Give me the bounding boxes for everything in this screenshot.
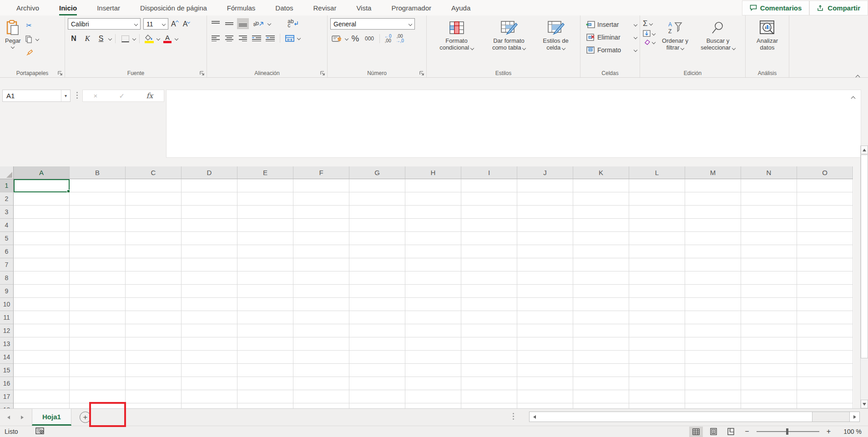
cell-D18[interactable] bbox=[182, 403, 237, 408]
cell-I8[interactable] bbox=[461, 271, 517, 285]
cell-M11[interactable] bbox=[685, 311, 741, 324]
cell-I10[interactable] bbox=[461, 298, 517, 311]
cell-K4[interactable] bbox=[573, 219, 629, 232]
cell-M4[interactable] bbox=[685, 219, 741, 232]
decrease-font-button[interactable]: A bbox=[181, 20, 192, 28]
cell-B2[interactable] bbox=[70, 192, 126, 206]
cell-J6[interactable] bbox=[517, 245, 573, 258]
number-dialog-launcher[interactable] bbox=[419, 71, 425, 76]
row-header-6[interactable]: 6 bbox=[0, 245, 14, 258]
scroll-up-icon[interactable] bbox=[861, 146, 868, 154]
cancel-icon[interactable]: × bbox=[94, 92, 98, 100]
cell-G17[interactable] bbox=[349, 390, 405, 403]
cell-J11[interactable] bbox=[517, 311, 573, 324]
chevron-down-icon[interactable] bbox=[132, 37, 136, 40]
underline-button[interactable]: S bbox=[95, 33, 107, 44]
cell-I14[interactable] bbox=[461, 351, 517, 364]
page-layout-view-button[interactable] bbox=[707, 427, 720, 437]
cell-B11[interactable] bbox=[70, 311, 126, 324]
cell-I13[interactable] bbox=[461, 337, 517, 351]
row-header-14[interactable]: 14 bbox=[0, 351, 14, 364]
chevron-down-icon[interactable] bbox=[345, 37, 348, 40]
cell-L2[interactable] bbox=[629, 192, 685, 206]
horizontal-scrollbar[interactable] bbox=[529, 412, 860, 422]
cell-H11[interactable] bbox=[405, 311, 461, 324]
cell-B5[interactable] bbox=[70, 232, 126, 245]
horizontal-scrollbar-track[interactable] bbox=[812, 412, 849, 422]
cell-J3[interactable] bbox=[517, 206, 573, 219]
cell-N10[interactable] bbox=[741, 298, 797, 311]
cell-B1[interactable] bbox=[70, 179, 126, 192]
cell-N18[interactable] bbox=[741, 403, 797, 408]
autosum-button[interactable]: Σ bbox=[643, 19, 655, 28]
formula-bar-input[interactable] bbox=[166, 90, 861, 158]
enter-icon[interactable]: ✓ bbox=[119, 92, 125, 100]
menu-tab-revisar[interactable]: Revisar bbox=[303, 0, 347, 15]
cell-N16[interactable] bbox=[741, 377, 797, 390]
cell-L11[interactable] bbox=[629, 311, 685, 324]
decrease-indent-button[interactable] bbox=[251, 33, 262, 44]
cell-E11[interactable] bbox=[237, 311, 293, 324]
cell-I1[interactable] bbox=[461, 179, 517, 192]
cell-A11[interactable] bbox=[14, 311, 70, 324]
cell-A2[interactable] bbox=[14, 192, 70, 206]
cell-A16[interactable] bbox=[14, 377, 70, 390]
page-break-view-button[interactable] bbox=[724, 427, 737, 437]
cell-M13[interactable] bbox=[685, 337, 741, 351]
row-header-11[interactable]: 11 bbox=[0, 311, 14, 324]
cell-H16[interactable] bbox=[405, 377, 461, 390]
cell-O13[interactable] bbox=[797, 337, 853, 351]
cell-D15[interactable] bbox=[182, 364, 237, 377]
font-family-combo[interactable]: Calibri bbox=[68, 18, 141, 30]
cell-K5[interactable] bbox=[573, 232, 629, 245]
cell-G11[interactable] bbox=[349, 311, 405, 324]
cell-J7[interactable] bbox=[517, 258, 573, 271]
find-select-button[interactable]: Buscar y seleccionar bbox=[695, 18, 741, 69]
cell-I4[interactable] bbox=[461, 219, 517, 232]
cell-N9[interactable] bbox=[741, 285, 797, 298]
format-cells-button[interactable]: Formato bbox=[586, 44, 637, 56]
cell-E8[interactable] bbox=[237, 271, 293, 285]
column-header-D[interactable]: D bbox=[182, 166, 237, 179]
cell-F1[interactable] bbox=[293, 179, 349, 192]
cell-N6[interactable] bbox=[741, 245, 797, 258]
cell-K3[interactable] bbox=[573, 206, 629, 219]
cell-O15[interactable] bbox=[797, 364, 853, 377]
cell-L17[interactable] bbox=[629, 390, 685, 403]
cell-G16[interactable] bbox=[349, 377, 405, 390]
cell-H4[interactable] bbox=[405, 219, 461, 232]
cell-L5[interactable] bbox=[629, 232, 685, 245]
cell-O9[interactable] bbox=[797, 285, 853, 298]
font-dialog-launcher[interactable] bbox=[200, 71, 205, 76]
menu-tab-inicio[interactable]: Inicio bbox=[49, 0, 87, 15]
cell-K18[interactable] bbox=[573, 403, 629, 408]
merge-center-button[interactable] bbox=[284, 33, 296, 44]
cell-L12[interactable] bbox=[629, 324, 685, 337]
cell-G12[interactable] bbox=[349, 324, 405, 337]
cell-I15[interactable] bbox=[461, 364, 517, 377]
cell-E5[interactable] bbox=[237, 232, 293, 245]
menu-tab-datos[interactable]: Datos bbox=[265, 0, 303, 15]
cell-M17[interactable] bbox=[685, 390, 741, 403]
cell-N14[interactable] bbox=[741, 351, 797, 364]
cell-O2[interactable] bbox=[797, 192, 853, 206]
cell-D7[interactable] bbox=[182, 258, 237, 271]
zoom-level-label[interactable]: 100 % bbox=[838, 428, 862, 435]
column-header-I[interactable]: I bbox=[461, 166, 517, 179]
cell-G15[interactable] bbox=[349, 364, 405, 377]
cell-B16[interactable] bbox=[70, 377, 126, 390]
cell-A15[interactable] bbox=[14, 364, 70, 377]
insert-cells-button[interactable]: Insertar bbox=[586, 18, 637, 30]
align-bottom-button[interactable] bbox=[237, 18, 249, 29]
cell-C2[interactable] bbox=[126, 192, 182, 206]
cell-O3[interactable] bbox=[797, 206, 853, 219]
cell-A3[interactable] bbox=[14, 206, 70, 219]
cell-K10[interactable] bbox=[573, 298, 629, 311]
cell-M14[interactable] bbox=[685, 351, 741, 364]
cell-F5[interactable] bbox=[293, 232, 349, 245]
cell-C14[interactable] bbox=[126, 351, 182, 364]
cell-A18[interactable] bbox=[14, 403, 70, 408]
cell-A1[interactable] bbox=[14, 179, 70, 192]
scroll-right-icon[interactable] bbox=[849, 412, 859, 422]
cell-I6[interactable] bbox=[461, 245, 517, 258]
